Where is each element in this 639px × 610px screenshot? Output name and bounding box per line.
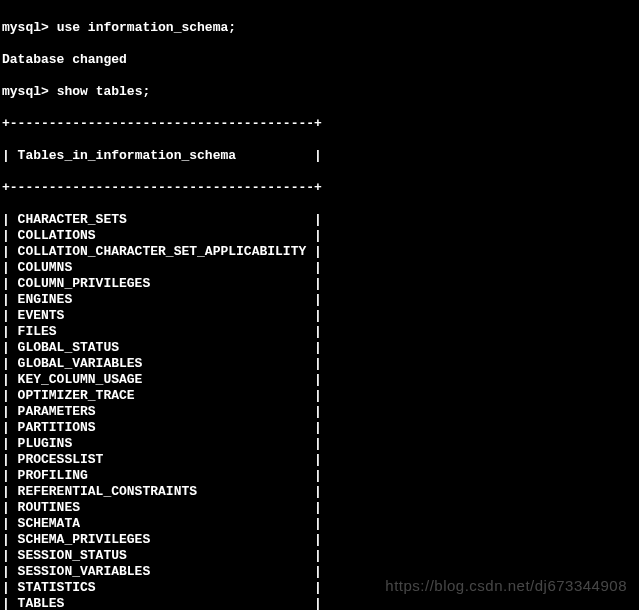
table-row: | STATISTICS | (2, 580, 637, 596)
table-row: | COLLATION_CHARACTER_SET_APPLICABILITY … (2, 244, 637, 260)
table-row: | PROFILING | (2, 468, 637, 484)
table-row: | SCHEMA_PRIVILEGES | (2, 532, 637, 548)
command-line-use: mysql> use information_schema; (2, 20, 637, 36)
table-row: | COLLATIONS | (2, 228, 637, 244)
command-line-show: mysql> show tables; (2, 84, 637, 100)
prompt-text: mysql> (2, 20, 49, 35)
table-row: | REFERENTIAL_CONSTRAINTS | (2, 484, 637, 500)
table-row: | GLOBAL_STATUS | (2, 340, 637, 356)
table-row: | ROUTINES | (2, 500, 637, 516)
table-rows: | CHARACTER_SETS || COLLATIONS || COLLAT… (2, 212, 637, 610)
table-row: | ENGINES | (2, 292, 637, 308)
table-row: | PLUGINS | (2, 436, 637, 452)
prompt-text: mysql> (2, 84, 49, 99)
table-row: | PROCESSLIST | (2, 452, 637, 468)
table-row: | OPTIMIZER_TRACE | (2, 388, 637, 404)
table-row: | COLUMN_PRIVILEGES | (2, 276, 637, 292)
table-header-text: Tables_in_information_schema (18, 148, 236, 163)
table-border-top: +---------------------------------------… (2, 116, 637, 132)
table-row: | FILES | (2, 324, 637, 340)
table-row: | PARAMETERS | (2, 404, 637, 420)
table-row: | CHARACTER_SETS | (2, 212, 637, 228)
table-row: | EVENTS | (2, 308, 637, 324)
table-row: | PARTITIONS | (2, 420, 637, 436)
table-row: | GLOBAL_VARIABLES | (2, 356, 637, 372)
use-command-text: use information_schema; (57, 20, 236, 35)
table-row: | COLUMNS | (2, 260, 637, 276)
table-row: | KEY_COLUMN_USAGE | (2, 372, 637, 388)
use-response-line: Database changed (2, 52, 637, 68)
table-row: | TABLES | (2, 596, 637, 610)
table-row: | SESSION_STATUS | (2, 548, 637, 564)
terminal-output: mysql> use information_schema; Database … (0, 0, 639, 610)
table-header-row: | Tables_in_information_schema | (2, 148, 637, 164)
show-command-text: show tables; (57, 84, 151, 99)
table-row: | SESSION_VARIABLES | (2, 564, 637, 580)
table-border-mid: +---------------------------------------… (2, 180, 637, 196)
table-row: | SCHEMATA | (2, 516, 637, 532)
